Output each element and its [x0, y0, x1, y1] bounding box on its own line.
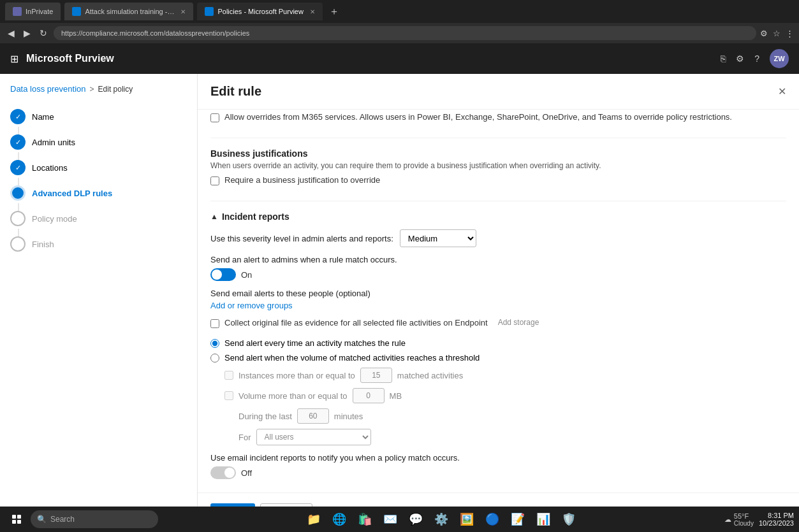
collect-file-label: Collect original file as evidence for al… — [224, 318, 488, 327]
during-suffix: minutes — [334, 412, 363, 421]
severity-label: Use this severity level in admin alerts … — [210, 234, 393, 243]
start-button[interactable] — [5, 508, 28, 531]
step-admin-units[interactable]: ✓ Admin units — [10, 129, 187, 155]
taskbar: 🔍 Search 📁 🌐 🛍️ ✉️ 💬 ⚙️ 🖼️ 🔵 📝 📊 🛡️ ☁ 55… — [0, 507, 799, 532]
collect-file-row: Collect original file as evidence for al… — [210, 318, 786, 328]
app-grid-icon[interactable]: ⊞ — [10, 53, 18, 65]
instances-input[interactable] — [360, 368, 392, 383]
severity-row: Use this severity level in admin alerts … — [210, 229, 786, 247]
biz-just-checkbox[interactable] — [210, 176, 219, 185]
extensions-icon[interactable]: ⚙ — [760, 29, 768, 38]
step-label-policy: Policy mode — [32, 214, 77, 224]
volume-suffix: MB — [390, 391, 402, 401]
email-alerts-label: Send email alerts to these people (optio… — [210, 289, 786, 298]
browser-chrome: InPrivate Attack simulation training - M… — [0, 0, 799, 23]
severity-select[interactable]: Low Medium High — [400, 229, 476, 247]
breadcrumb-current: Edit policy — [98, 85, 133, 94]
volume-input[interactable] — [353, 388, 385, 403]
overrides-checkbox[interactable] — [210, 113, 219, 122]
forward-button[interactable]: ▶ — [21, 27, 33, 40]
taskbar-icon-chrome[interactable]: 🔵 — [481, 508, 504, 531]
browser-tab-2[interactable]: Attack simulation training - M... ✕ — [64, 3, 193, 20]
volume-label: Volume more than or equal to — [238, 391, 348, 401]
step-locations[interactable]: ✓ Locations — [10, 155, 187, 180]
taskbar-icon-photos[interactable]: 🖼️ — [455, 508, 478, 531]
biz-just-checkbox-row: Require a business justification to over… — [210, 175, 786, 185]
incident-reports-header: ▲ Incident reports — [210, 212, 786, 222]
step-advanced-dlp[interactable]: Advanced DLP rules — [10, 180, 187, 206]
instances-checkbox[interactable] — [224, 371, 233, 380]
settings-icon[interactable]: ⋮ — [786, 29, 794, 38]
alert-threshold-label: Send alert when the volume of matched ac… — [224, 353, 480, 363]
overrides-section: Allow overrides from M365 services. Allo… — [210, 110, 786, 138]
alert-threshold-radio[interactable] — [210, 354, 219, 363]
step-policy-mode[interactable]: Policy mode — [10, 206, 187, 231]
step-list: ✓ Name ✓ Admin units ✓ Locations Advance… — [0, 104, 197, 257]
panel-close-button[interactable]: ✕ — [778, 85, 786, 97]
alert-toggle-slider — [210, 268, 236, 281]
biz-just-label: Require a business justification to over… — [224, 175, 380, 185]
alert-toggle-label: On — [241, 270, 252, 280]
header-help-icon[interactable]: ? — [754, 54, 759, 64]
incident-reports-title: Incident reports — [222, 212, 290, 222]
breadcrumb-parent[interactable]: Data loss prevention — [10, 84, 86, 94]
taskbar-icon-file[interactable]: 📁 — [302, 508, 325, 531]
step-label-name: Name — [32, 112, 54, 122]
panel-header: Edit rule ✕ — [198, 74, 799, 110]
taskbar-icon-edge[interactable]: 🌐 — [328, 508, 351, 531]
back-button[interactable]: ◀ — [5, 27, 17, 40]
bookmark-icon[interactable]: ☆ — [773, 29, 781, 38]
alert-threshold-row: Send alert when the volume of matched ac… — [210, 353, 786, 363]
for-row: For All users Specific users — [224, 429, 786, 445]
for-select[interactable]: All users Specific users — [256, 429, 371, 445]
header-share-icon[interactable]: ⎘ — [721, 54, 726, 64]
close-tab-2[interactable]: ✕ — [180, 8, 186, 15]
step-finish[interactable]: Finish — [10, 231, 187, 257]
severity-dropdown-wrapper[interactable]: Low Medium High — [400, 229, 476, 247]
tab-label-1: InPrivate — [26, 8, 53, 15]
close-tab-3[interactable]: ✕ — [310, 8, 315, 15]
tab-favicon-2 — [72, 7, 81, 16]
alert-toggle[interactable] — [210, 268, 236, 281]
tab-favicon-3 — [205, 7, 214, 16]
taskbar-icon-store[interactable]: 🛍️ — [353, 508, 376, 531]
step-name[interactable]: ✓ Name — [10, 104, 187, 129]
incident-reports-toggle-icon[interactable]: ▲ — [210, 212, 218, 221]
alert-every-time-radio[interactable] — [210, 339, 219, 348]
alert-admins-block: Send an alert to admins when a rule matc… — [210, 255, 786, 281]
add-remove-groups-link[interactable]: Add or remove groups — [210, 301, 293, 310]
taskbar-icon-teams[interactable]: 💬 — [404, 508, 427, 531]
taskbar-icon-word[interactable]: 📝 — [506, 508, 529, 531]
alert-every-time-row: Send alert every time an activity matche… — [210, 338, 786, 348]
address-bar[interactable]: https://compliance.microsoft.com/datalos… — [54, 26, 756, 40]
collect-file-checkbox[interactable] — [210, 319, 219, 328]
step-circle-admin: ✓ — [10, 134, 26, 150]
weather-display: ☁ 55°F Cloudy — [724, 512, 754, 527]
taskbar-icon-excel[interactable]: 📊 — [532, 508, 555, 531]
volume-row: Volume more than or equal to MB — [224, 388, 786, 403]
user-avatar[interactable]: ZW — [770, 49, 789, 68]
browser-tab-1[interactable]: InPrivate — [5, 3, 61, 20]
during-input[interactable] — [297, 408, 329, 424]
volume-checkbox[interactable] — [224, 391, 233, 400]
reload-button[interactable]: ↻ — [37, 27, 50, 40]
header-settings-icon[interactable]: ⚙ — [736, 54, 744, 64]
current-date: 10/23/2023 — [759, 519, 794, 527]
email-incident-toggle[interactable] — [210, 466, 236, 479]
incident-reports-section: ▲ Incident reports Use this severity lev… — [210, 201, 786, 492]
taskbar-search[interactable]: 🔍 Search — [31, 510, 158, 528]
add-storage-link[interactable]: Add storage — [498, 318, 539, 327]
during-label: During the last — [238, 412, 292, 421]
step-label-admin: Admin units — [32, 138, 75, 147]
alert-every-time-label: Send alert every time an activity matche… — [224, 338, 406, 348]
browser-tab-3[interactable]: Policies - Microsoft Purview ✕ — [197, 3, 322, 20]
step-circle-locations: ✓ — [10, 160, 26, 175]
taskbar-icon-purview[interactable]: 🛡️ — [557, 508, 580, 531]
new-tab-button[interactable]: ＋ — [326, 5, 342, 18]
taskbar-icon-settings[interactable]: ⚙️ — [430, 508, 453, 531]
step-circle-policy — [10, 211, 26, 226]
current-time: 8:31 PM — [759, 512, 794, 519]
taskbar-icon-mail[interactable]: ✉️ — [379, 508, 402, 531]
time-display: 8:31 PM 10/23/2023 — [759, 512, 794, 527]
panel-body: Allow overrides from M365 services. Allo… — [198, 110, 799, 492]
